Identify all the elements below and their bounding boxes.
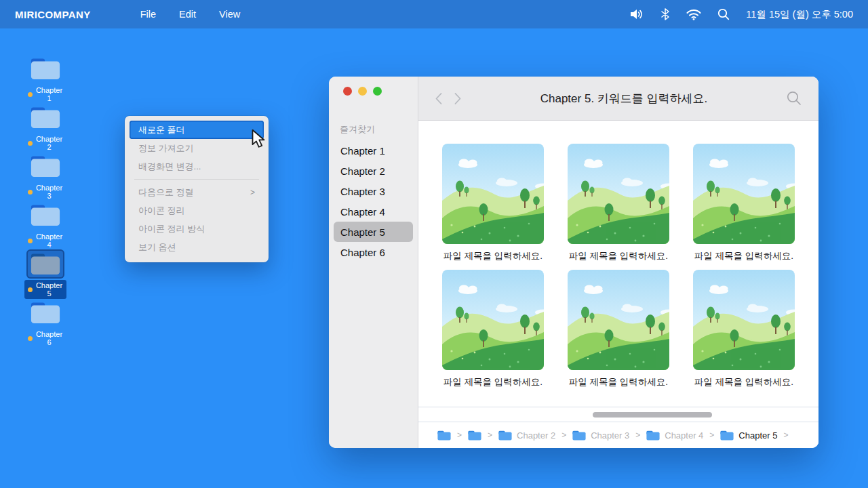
file-card[interactable]: 파일 제목을 입력하세요. [568,270,669,388]
submenu-arrow-icon: > [250,188,255,197]
breadcrumb-separator: > [457,430,462,440]
breadcrumb-separator: > [709,430,714,440]
desktop-icon-label: Chapter 3 [35,184,63,200]
breadcrumb-item[interactable] [468,430,481,441]
context-menu-item-clean-up[interactable]: 아이콘 정리 [130,201,264,220]
folder-icon [31,253,60,275]
desktop-folder-chapter-6[interactable]: Chapter 6 [24,298,66,348]
breadcrumb-item-chapter-5[interactable]: Chapter 5 [720,430,777,441]
breadcrumb-label: Chapter 5 [738,430,777,441]
folder-icon [31,204,60,226]
file-caption: 파일 제목을 입력하세요. [693,250,795,262]
context-menu-item-clean-up-by[interactable]: 아이콘 정리 방식 [130,220,264,238]
context-menu-item-label: 새로운 폴더 [138,124,185,136]
sidebar-item-chapter-1[interactable]: Chapter 1 [334,140,413,161]
context-menu-separator [134,179,259,180]
menu-view[interactable]: View [208,9,252,20]
context-menu-item-label: 다음으로 정렬 [138,186,194,199]
context-menu-item-new-folder[interactable]: 새로운 폴더 [130,121,264,139]
context-menu: 새로운 폴더 정보 가져오기 배경화면 변경... 다음으로 정렬 > 아이콘 … [125,116,269,262]
tag-dot-icon [28,190,33,195]
close-button[interactable] [343,87,352,96]
context-menu-item-get-info[interactable]: 정보 가져오기 [130,139,264,157]
menu-bar: MIRICOMPANY File Edit View [0,0,868,28]
desktop-folder-chapter-4[interactable]: Chapter 4 [24,201,66,250]
breadcrumb-item[interactable] [437,430,451,441]
desktop-folder-chapter-5[interactable]: Chapter 5 [24,249,66,299]
folder-icon [468,430,481,441]
file-card[interactable]: 파일 제목을 입력하세요. [693,270,795,388]
folder-icon [720,430,734,441]
context-menu-item-label: 아이콘 정리 방식 [138,223,205,235]
datetime-display[interactable]: 11월 15일 (월) 오후 5:00 [746,8,853,21]
file-card[interactable]: 파일 제목을 입력하세요. [693,144,795,262]
sidebar-list: Chapter 1 Chapter 2 Chapter 3 Chapter 4 … [334,140,413,262]
desktop-icon-label: Chapter 4 [35,232,63,249]
sidebar-item-chapter-2[interactable]: Chapter 2 [334,161,413,181]
sidebar-item-chapter-5[interactable]: Chapter 5 [334,222,413,242]
breadcrumb-item-chapter-3[interactable]: Chapter 3 [572,430,629,441]
folder-icon [31,58,60,80]
sidebar-item-chapter-3[interactable]: Chapter 3 [334,181,413,201]
zoom-button[interactable] [373,87,382,96]
breadcrumb-item-chapter-4[interactable]: Chapter 4 [646,430,703,441]
window-sidebar: 즐겨찾기 Chapter 1 Chapter 2 Chapter 3 Chapt… [329,77,418,448]
file-card[interactable]: 파일 제목을 입력하세요. [442,144,544,262]
wifi-icon[interactable] [686,9,701,20]
volume-icon[interactable] [630,8,644,20]
file-card[interactable]: 파일 제목을 입력하세요. [568,144,669,262]
finder-window: 즐겨찾기 Chapter 1 Chapter 2 Chapter 3 Chapt… [329,77,818,448]
desktop-icon-label: Chapter 6 [35,330,63,346]
sidebar-item-chapter-4[interactable]: Chapter 4 [334,201,413,222]
status-area: 11월 15일 (월) 오후 5:00 [630,8,853,21]
menu-file[interactable]: File [129,9,167,20]
file-caption: 파일 제목을 입력하세요. [442,250,544,262]
context-menu-item-label: 아이콘 정리 [138,205,185,217]
bluetooth-icon[interactable] [660,8,670,20]
cursor-icon [252,129,268,148]
context-menu-item-sort-by[interactable]: 다음으로 정렬 > [130,183,264,201]
breadcrumb-separator: > [783,430,788,440]
search-icon[interactable] [717,8,730,20]
context-menu-item-label: 정보 가져오기 [138,142,194,155]
scrollbar-thumb[interactable] [593,412,712,418]
traffic-lights [343,87,382,96]
window-main: Chapter 5. 키워드를 입력하세요. 파일 제목을 입력하세요. 파일 … [418,77,818,448]
folder-icon [31,106,60,129]
breadcrumb-separator: > [635,430,640,440]
minimize-button[interactable] [358,87,367,96]
context-menu-item-change-wallpaper[interactable]: 배경화면 변경... [130,157,264,176]
breadcrumb-item-chapter-2[interactable]: Chapter 2 [498,430,555,441]
landscape-thumbnail [568,144,669,244]
desktop-icon-label: Chapter 5 [35,281,63,298]
landscape-thumbnail [442,144,544,244]
breadcrumb: > > Chapter 2 > Chapter 3 > Chapter 4 > [418,422,818,448]
desktop-icon-label: Chapter 1 [35,86,63,102]
folder-icon [498,430,512,441]
desktop-folder-chapter-3[interactable]: Chapter 3 [24,152,66,201]
horizontal-scrollbar[interactable] [418,407,818,422]
desktop-folder-chapter-1[interactable]: Chapter 1 [24,54,66,104]
breadcrumb-label: Chapter 4 [665,430,703,441]
file-card[interactable]: 파일 제목을 입력하세요. [442,270,544,388]
folder-icon [646,430,660,441]
window-title: Chapter 5. 키워드를 입력하세요. [473,91,775,106]
forward-icon[interactable] [454,92,462,105]
landscape-thumbnail [442,270,544,370]
desktop-folder-chapter-2[interactable]: Chapter 2 [24,103,66,152]
folder-icon [31,155,60,178]
file-caption: 파일 제목을 입력하세요. [442,376,544,388]
window-search-icon[interactable] [786,90,802,106]
tag-dot-icon [28,141,33,146]
sidebar-item-chapter-6[interactable]: Chapter 6 [334,242,413,262]
back-icon[interactable] [435,92,443,105]
window-toolbar: Chapter 5. 키워드를 입력하세요. [418,77,818,121]
folder-icon [31,302,60,324]
file-caption: 파일 제목을 입력하세요. [568,376,669,388]
menu-edit[interactable]: Edit [167,9,208,20]
tag-dot-icon [28,92,33,97]
breadcrumb-label: Chapter 3 [591,430,629,441]
breadcrumb-separator: > [561,430,566,440]
folder-icon [572,430,586,441]
context-menu-item-view-options[interactable]: 보기 옵션 [130,238,264,256]
